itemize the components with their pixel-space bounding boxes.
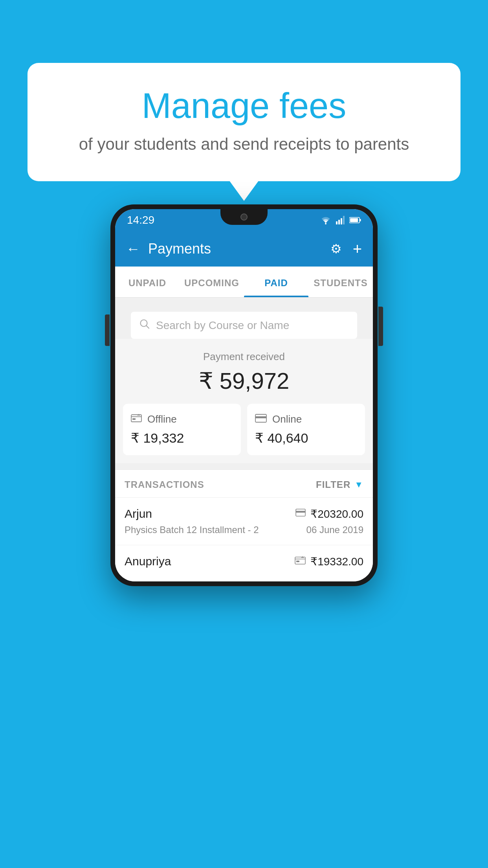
card-payment-icon xyxy=(295,509,306,519)
transaction-top-row: Anupriya ₹19332.00 xyxy=(125,555,363,568)
bubble-title: Manage fees xyxy=(59,86,429,125)
svg-rect-10 xyxy=(131,415,141,422)
offline-card-header: Offline xyxy=(131,413,233,425)
transactions-header: TRANSACTIONS FILTER ▼ xyxy=(115,469,373,497)
svg-line-9 xyxy=(147,326,149,329)
transaction-amount-wrap: ₹19332.00 xyxy=(295,555,363,568)
phone-container: 14:29 xyxy=(110,204,378,586)
transaction-amount: ₹20320.00 xyxy=(310,508,363,520)
svg-rect-11 xyxy=(132,418,136,420)
tab-students[interactable]: STUDENTS xyxy=(308,267,373,297)
app-bar: ← Payments ⚙ + xyxy=(115,231,373,267)
table-row[interactable]: Anupriya ₹19332.00 xyxy=(115,545,373,581)
tab-unpaid[interactable]: UNPAID xyxy=(115,267,180,297)
svg-rect-13 xyxy=(255,416,266,418)
tab-paid[interactable]: PAID xyxy=(244,267,308,297)
bubble-subtitle: of your students and send receipts to pa… xyxy=(59,135,429,154)
app-bar-icons: ⚙ + xyxy=(330,240,362,258)
online-payment-icon xyxy=(255,413,267,425)
speech-bubble: Manage fees of your students and send re… xyxy=(28,63,460,181)
transaction-date: 06 June 2019 xyxy=(306,524,363,535)
settings-icon[interactable]: ⚙ xyxy=(330,241,342,256)
app-bar-title: Payments xyxy=(148,241,323,257)
search-icon xyxy=(139,319,150,332)
svg-rect-3 xyxy=(341,218,342,224)
back-button[interactable]: ← xyxy=(126,241,140,257)
svg-rect-7 xyxy=(350,218,358,222)
notch xyxy=(220,209,268,225)
svg-point-0 xyxy=(325,223,327,224)
transaction-course: Physics Batch 12 Installment - 2 xyxy=(125,524,259,535)
payment-summary: Payment received ₹ 59,972 xyxy=(115,339,373,463)
status-bar: 14:29 xyxy=(115,209,373,231)
offline-payment-icon xyxy=(131,413,142,425)
transaction-name: Anupriya xyxy=(125,555,171,568)
transaction-bottom-row: Physics Batch 12 Installment - 2 06 June… xyxy=(125,524,363,535)
transaction-amount-wrap: ₹20320.00 xyxy=(295,508,363,520)
speech-bubble-section: Manage fees of your students and send re… xyxy=(28,63,460,181)
tabs-bar: UNPAID UPCOMING PAID STUDENTS xyxy=(115,267,373,298)
search-bar[interactable]: Search by Course or Name xyxy=(131,312,357,339)
svg-rect-15 xyxy=(296,511,305,513)
battery-icon xyxy=(349,217,361,224)
status-icons xyxy=(320,216,361,224)
phone-screen: 14:29 xyxy=(115,209,373,581)
svg-rect-6 xyxy=(360,219,361,221)
transaction-top-row: Arjun ₹20320.00 xyxy=(125,507,363,520)
online-card-header: Online xyxy=(255,413,357,425)
wifi-icon xyxy=(320,216,331,224)
phone-frame: 14:29 xyxy=(110,204,378,586)
payment-cards: Offline ₹ 19,332 xyxy=(123,404,365,455)
online-amount: ₹ 40,640 xyxy=(255,430,357,446)
payment-total-amount: ₹ 59,972 xyxy=(123,368,365,394)
tab-upcoming[interactable]: UPCOMING xyxy=(180,267,244,297)
transaction-name: Arjun xyxy=(125,507,152,520)
transactions-label: TRANSACTIONS xyxy=(125,479,204,490)
online-type-label: Online xyxy=(272,413,302,425)
offline-payment-icon xyxy=(295,555,306,567)
svg-rect-1 xyxy=(336,221,338,224)
svg-rect-16 xyxy=(295,557,305,564)
front-camera xyxy=(240,213,248,221)
filter-button[interactable]: FILTER ▼ xyxy=(316,479,363,490)
offline-amount: ₹ 19,332 xyxy=(131,430,233,446)
online-card: Online ₹ 40,640 xyxy=(247,404,365,455)
signal-icon xyxy=(336,216,345,224)
payment-received-label: Payment received xyxy=(123,351,365,363)
filter-label: FILTER xyxy=(316,479,350,490)
svg-rect-17 xyxy=(296,561,299,562)
svg-rect-4 xyxy=(343,216,345,224)
svg-rect-2 xyxy=(338,220,340,224)
table-row[interactable]: Arjun ₹20320.00 Physics Batch 12 Install… xyxy=(115,497,373,545)
search-placeholder: Search by Course or Name xyxy=(156,319,289,332)
offline-type-label: Offline xyxy=(147,413,177,425)
transaction-amount: ₹19332.00 xyxy=(310,555,363,568)
filter-icon: ▼ xyxy=(354,480,363,490)
offline-card: Offline ₹ 19,332 xyxy=(123,404,241,455)
status-time: 14:29 xyxy=(127,214,154,226)
add-icon[interactable]: + xyxy=(353,240,362,258)
